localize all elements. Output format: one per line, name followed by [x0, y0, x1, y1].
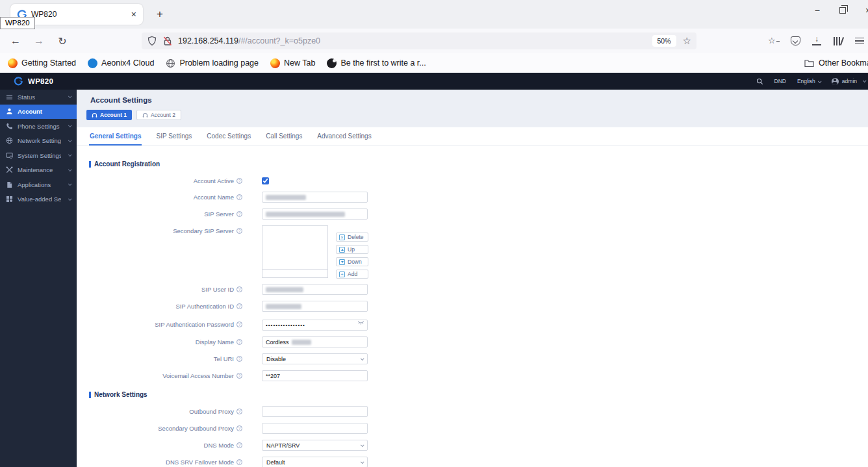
help-icon[interactable] — [236, 303, 242, 309]
dnd-toggle[interactable]: DND — [774, 78, 786, 84]
help-icon[interactable] — [236, 425, 242, 431]
other-bookmarks[interactable]: Other Bookmarks — [804, 53, 868, 73]
chevron-down-icon — [863, 79, 867, 82]
help-icon[interactable] — [236, 228, 242, 234]
bookmark-getting-started[interactable]: Getting Started — [8, 58, 76, 68]
chevron-down-icon — [361, 460, 364, 464]
voicemail-access-number-input[interactable] — [262, 370, 368, 381]
sidebar-item-phone-settings[interactable]: Phone Settings — [0, 119, 77, 134]
sip-user-id-input[interactable] — [262, 284, 368, 295]
secondary-sip-server-input[interactable] — [262, 270, 328, 278]
bookmark-aeonix4-cloud[interactable]: Aeonix4 Cloud — [88, 58, 154, 68]
account-name-input[interactable] — [262, 192, 368, 203]
help-icon[interactable] — [236, 178, 242, 184]
display-name-input[interactable]: Cordless — [262, 336, 368, 347]
account-2-button[interactable]: Account 2 — [136, 110, 181, 120]
bookmark-star-icon[interactable]: ☆ — [683, 35, 691, 47]
add-button[interactable]: +Add — [336, 270, 368, 279]
sip-auth-id-input[interactable] — [262, 301, 368, 312]
outbound-proxy-input[interactable] — [262, 406, 368, 417]
downloads-icon[interactable]: ↓ — [811, 35, 823, 47]
field-row-outbound-proxy: Outbound Proxy — [89, 406, 868, 417]
grid-icon — [6, 196, 13, 203]
dns-srv-failover-mode-select[interactable]: Default — [262, 457, 368, 467]
tab-call-settings[interactable]: Call Settings — [265, 127, 303, 145]
help-icon[interactable] — [236, 286, 242, 292]
language-select[interactable]: English — [797, 78, 821, 84]
account-active-checkbox[interactable] — [262, 177, 269, 184]
app-header: WP820 DND English admin — [0, 73, 868, 90]
sidebar-item-system-settings[interactable]: System Settings — [0, 148, 77, 163]
help-icon[interactable] — [236, 194, 242, 200]
help-icon[interactable] — [236, 322, 242, 327]
delete-button[interactable]: ×Delete — [336, 233, 368, 242]
minimize-button[interactable]: − — [815, 5, 820, 16]
sip-auth-password-input[interactable] — [262, 320, 368, 331]
help-icon[interactable] — [236, 459, 242, 465]
tab-tooltip: WP820 — [0, 17, 35, 29]
restore-button[interactable] — [839, 7, 846, 14]
account-1-button[interactable]: Account 1 — [86, 110, 132, 120]
dns-mode-select[interactable]: NAPTR/SRV — [262, 440, 368, 451]
help-icon[interactable] — [236, 373, 242, 379]
secondary-sip-server-listbox[interactable] — [262, 225, 328, 270]
tel-uri-select[interactable]: Disable — [262, 353, 368, 364]
help-icon[interactable] — [236, 409, 242, 414]
user-menu[interactable]: admin — [832, 78, 867, 85]
sidebar: Status Account Phone Settings Network Se… — [0, 90, 77, 467]
tab-general-settings[interactable]: General Settings — [89, 127, 142, 145]
chevron-down-icon — [68, 95, 72, 99]
bookmark-be-the-first[interactable]: Be the first to write a r... — [327, 58, 426, 68]
system-monitor-icon — [6, 152, 13, 159]
headset-icon — [142, 112, 148, 118]
reload-icon[interactable]: ↻ — [53, 29, 71, 53]
help-icon[interactable] — [236, 442, 242, 448]
field-row-secondary-sip-server: Secondary SIP Server ×Delete Up Down +Ad… — [89, 225, 868, 279]
sidebar-item-network-settings[interactable]: Network Settings — [0, 134, 77, 149]
tab-close-icon[interactable]: × — [131, 9, 136, 19]
sidebar-item-status[interactable]: Status — [0, 90, 77, 105]
new-tab-button[interactable]: + — [152, 6, 168, 22]
address-bar[interactable]: 192.168.254.119/#/account?_k=o5pze0 50% … — [142, 32, 696, 49]
sidebar-item-maintenance[interactable]: Maintenance — [0, 163, 77, 178]
menu-icon[interactable] — [854, 35, 865, 47]
zoom-level-badge[interactable]: 50% — [652, 35, 676, 47]
sidebar-item-value-added-service[interactable]: Value-added Service — [0, 192, 77, 207]
tab-codec-settings[interactable]: Codec Settings — [206, 127, 251, 145]
eye-closed-icon[interactable] — [357, 321, 364, 325]
field-row-sip-server: SIP Server — [89, 208, 868, 220]
help-icon[interactable] — [236, 339, 242, 345]
help-icon[interactable] — [236, 356, 242, 362]
close-button[interactable]: × — [865, 5, 868, 16]
field-row-voicemail-access-number: Voicemail Access Number — [89, 370, 868, 381]
secondary-outbound-proxy-input[interactable] — [262, 423, 368, 434]
url-host: 192.168.254.119 — [178, 36, 238, 45]
bookmark-new-tab[interactable]: New Tab — [270, 58, 315, 68]
brand-name: WP820 — [28, 77, 53, 85]
sidebar-item-applications[interactable]: Applications — [0, 177, 77, 192]
library-icon[interactable] — [832, 35, 844, 47]
app-header-right: DND English admin — [756, 73, 867, 90]
tab-advanced-settings[interactable]: Advanced Settings — [316, 127, 372, 145]
shield-icon[interactable] — [147, 36, 157, 46]
chevron-down-icon — [68, 183, 72, 186]
tab-sip-settings[interactable]: SIP Settings — [155, 127, 192, 145]
delete-icon: × — [339, 234, 345, 240]
down-button[interactable]: Down — [336, 257, 368, 266]
up-button[interactable]: Up — [336, 245, 368, 254]
insecure-lock-icon[interactable] — [162, 36, 173, 46]
save-to-collection-icon[interactable]: ☆ — [768, 35, 780, 47]
url-text[interactable]: 192.168.254.119/#/account?_k=o5pze0 — [178, 36, 652, 45]
main-content: Account Settings Account 1 Account 2 Gen — [77, 90, 868, 467]
bookmark-problem-loading[interactable]: Problem loading page — [166, 58, 259, 68]
back-icon[interactable]: ← — [6, 29, 25, 53]
avatar — [832, 78, 839, 85]
account-selector: Account 1 Account 2 — [73, 110, 868, 120]
sidebar-item-account[interactable]: Account — [0, 105, 77, 120]
sip-server-input[interactable] — [262, 208, 368, 220]
network-globe-icon — [6, 137, 13, 144]
pocket-icon[interactable] — [789, 35, 801, 47]
forward-icon[interactable]: → — [30, 29, 48, 53]
search-icon[interactable] — [756, 78, 763, 85]
help-icon[interactable] — [236, 211, 242, 217]
